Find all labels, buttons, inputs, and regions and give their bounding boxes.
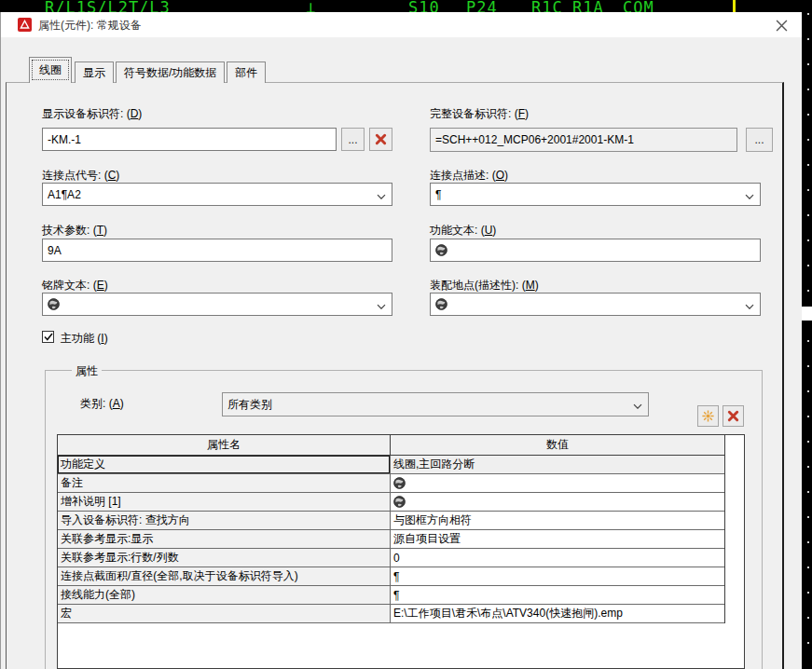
property-value-cell[interactable]: 与图框方向相符 xyxy=(391,512,724,529)
chevron-down-icon[interactable] xyxy=(377,189,386,202)
property-name-cell[interactable]: 功能定义 xyxy=(58,456,391,473)
mounting-loc-combobox[interactable] xyxy=(430,293,761,316)
property-name-cell[interactable]: 导入设备标识符: 查找方向 xyxy=(58,512,391,529)
cad-text: S10 xyxy=(408,0,440,12)
full-dt-label: 完整设备标识符: (F) xyxy=(430,106,529,119)
dialog-title: 属性(元件): 常规设备 xyxy=(38,18,142,34)
property-value-cell[interactable] xyxy=(391,493,724,511)
full-dt-input[interactable]: =SCH++012_MCP06+2001#2001-KM-1 xyxy=(430,128,737,152)
property-name-cell[interactable]: 备注 xyxy=(58,474,391,492)
table-row[interactable]: 接线能力(全部)¶ xyxy=(58,586,724,605)
tech-params-label: 技术参数: (T) xyxy=(42,223,107,236)
tab-3[interactable]: 部件 xyxy=(227,61,266,83)
cad-white-notch xyxy=(802,307,812,321)
conn-desc-label: 连接点描述: (O) xyxy=(430,168,508,181)
property-name-cell[interactable]: 连接点截面积/直径(全部,取决于设备标识符导入) xyxy=(58,567,391,585)
property-name-cell[interactable]: 关联参考显示:显示 xyxy=(58,530,391,548)
nameplate-label: 铭牌文本: (E) xyxy=(42,278,108,291)
category-label: 类别: (A) xyxy=(80,396,124,409)
property-value-cell[interactable]: ¶ xyxy=(391,567,724,585)
tab-2[interactable]: 符号数据/功能数据 xyxy=(116,61,225,83)
table-row[interactable]: 导入设备标识符: 查找方向与图框方向相符 xyxy=(58,512,724,530)
delete-x-icon xyxy=(727,410,739,422)
cad-text: COM xyxy=(623,0,654,12)
conn-desc-combobox[interactable]: ¶ xyxy=(430,183,761,206)
nameplate-combobox[interactable] xyxy=(42,293,392,316)
column-header-value[interactable]: 数值 xyxy=(391,435,724,455)
property-name-cell[interactable]: 增补说明 [1] xyxy=(58,493,391,511)
check-icon xyxy=(44,333,53,341)
properties-dialog: 属性(元件): 常规设备 线圈显示符号数据/功能数据部件 显示设备标识符: (D… xyxy=(0,12,802,669)
delete-x-icon xyxy=(375,133,387,145)
mounting-loc-label: 装配地点(描述性): (M) xyxy=(430,278,539,291)
table-row[interactable]: 功能定义线圈,主回路分断 xyxy=(58,456,724,474)
tab-bar: 线圈显示符号数据/功能数据部件 xyxy=(29,57,268,83)
property-value-cell[interactable]: ¶ xyxy=(391,586,724,604)
cad-grid-dots xyxy=(807,13,809,665)
property-value-cell[interactable] xyxy=(391,474,724,492)
main-function-label: 主功能 (I) xyxy=(61,331,108,344)
properties-group-title: 属性 xyxy=(72,363,102,379)
globe-icon xyxy=(393,496,406,508)
full-dt-more-button[interactable]: ... xyxy=(746,128,773,152)
close-icon[interactable] xyxy=(772,16,791,34)
screen: R/L1S/L2T/L3⊥S10P24R1CR1ACOM 属性(元件): 常规设… xyxy=(0,0,812,669)
dialog-titlebar[interactable]: 属性(元件): 常规设备 xyxy=(1,12,802,37)
cad-yellow-tick xyxy=(733,0,736,12)
conn-code-combobox[interactable]: A1¶A2 xyxy=(42,183,392,206)
property-table-grid: 属性名 数值 功能定义线圈,主回路分断备注增补说明 [1]导入设备标识符: 查找… xyxy=(58,435,725,623)
chevron-down-icon[interactable] xyxy=(377,299,386,312)
property-name-cell[interactable]: 关联参考显示:行数/列数 xyxy=(58,549,391,567)
table-row[interactable]: 增补说明 [1] xyxy=(58,493,724,512)
cad-background-right xyxy=(802,0,812,669)
tab-1[interactable]: 显示 xyxy=(75,61,114,83)
tab-0[interactable]: 线圈 xyxy=(29,57,72,83)
property-value-cell[interactable]: E:\工作项目\君禾\布点\ATV340(快速抱闸).emp xyxy=(391,605,724,622)
property-value-cell[interactable]: 0 xyxy=(391,549,724,567)
table-row[interactable]: 宏E:\工作项目\君禾\布点\ATV340(快速抱闸).emp xyxy=(58,605,724,623)
table-row[interactable]: 连接点截面积/直径(全部,取决于设备标识符导入)¶ xyxy=(58,567,724,586)
globe-icon xyxy=(48,298,60,310)
table-row[interactable]: 备注 xyxy=(58,474,724,493)
new-property-button[interactable] xyxy=(697,405,719,427)
display-dt-input[interactable]: -KM.-1 xyxy=(42,128,337,151)
property-table-header: 属性名 数值 xyxy=(58,435,724,456)
conn-code-label: 连接点代号: (C) xyxy=(42,168,119,181)
chevron-down-icon[interactable] xyxy=(745,299,754,312)
cad-text: ⊥ xyxy=(306,0,316,12)
main-function-checkbox[interactable] xyxy=(42,331,54,343)
cad-background-strip: R/L1S/L2T/L3⊥S10P24R1CR1ACOM xyxy=(0,0,812,12)
eplan-app-icon xyxy=(18,18,32,32)
property-name-cell[interactable]: 宏 xyxy=(58,605,391,622)
table-row[interactable]: 关联参考显示:行数/列数0 xyxy=(58,549,724,567)
cad-text: R/L1S/L2T/L3 xyxy=(45,0,171,12)
display-dt-delete-button[interactable] xyxy=(369,128,392,151)
property-table[interactable]: 属性名 数值 功能定义线圈,主回路分断备注增补说明 [1]导入设备标识符: 查找… xyxy=(57,434,745,669)
globe-icon xyxy=(435,298,447,310)
cad-text: P24 xyxy=(466,0,498,12)
delete-property-button[interactable] xyxy=(723,405,744,427)
chevron-down-icon[interactable] xyxy=(745,189,754,202)
globe-icon xyxy=(435,244,447,256)
display-dt-label: 显示设备标识符: (D) xyxy=(42,106,142,119)
property-name-cell[interactable]: 接线能力(全部) xyxy=(58,586,391,604)
table-row[interactable]: 关联参考显示:显示源自项目设置 xyxy=(58,530,724,549)
category-combobox[interactable]: 所有类别 xyxy=(222,392,649,416)
cad-text: R1A xyxy=(572,0,604,12)
globe-icon xyxy=(393,477,406,489)
sun-new-icon xyxy=(701,409,715,423)
property-value-cell[interactable]: 源自项目设置 xyxy=(391,530,724,548)
tech-params-input[interactable]: 9A xyxy=(42,239,392,262)
cad-text: R1C xyxy=(531,0,563,12)
chevron-down-icon[interactable] xyxy=(633,399,642,412)
property-value-cell[interactable]: 线圈,主回路分断 xyxy=(391,456,724,473)
display-dt-more-button[interactable]: ... xyxy=(341,128,365,151)
column-header-name[interactable]: 属性名 xyxy=(58,435,391,455)
func-text-input[interactable] xyxy=(430,239,761,262)
property-table-body: 功能定义线圈,主回路分断备注增补说明 [1]导入设备标识符: 查找方向与图框方向… xyxy=(58,456,724,623)
func-text-label: 功能文本: (U) xyxy=(430,223,496,236)
